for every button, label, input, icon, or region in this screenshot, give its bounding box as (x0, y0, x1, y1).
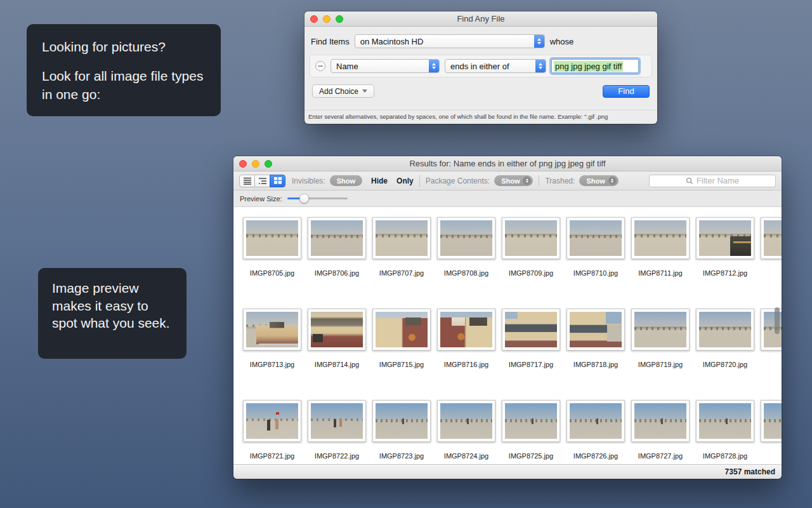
file-item[interactable]: IMGP8720.jpg (693, 304, 757, 395)
search-scope-popup[interactable]: on Macintosh HD (355, 34, 545, 48)
find-button-label: Find (618, 86, 634, 96)
file-thumbnail (437, 309, 495, 351)
results-grid: IMGP8705.jpg IMGP8706.jpg IMGP8707.jpg I… (233, 207, 782, 464)
search-icon (686, 177, 693, 185)
invisibles-hide-button[interactable]: Hide (371, 177, 388, 185)
file-item[interactable]: IMGP8709.jpg (499, 212, 563, 304)
match-count: 7357 matched (725, 467, 775, 476)
file-item[interactable]: IMGP8706.jpg (304, 212, 369, 304)
find-window-titlebar[interactable]: Find Any File (304, 11, 657, 27)
file-item[interactable]: IMGP8724.jpg (434, 395, 499, 464)
photo-preview (376, 403, 428, 439)
photo-preview (246, 220, 298, 256)
grid-view-button[interactable] (270, 175, 285, 187)
file-thumbnail (372, 400, 431, 442)
file-item[interactable]: IMGP8727.jpg (628, 395, 693, 464)
package-contents-value: Show (501, 177, 520, 185)
file-thumbnail (243, 217, 301, 259)
file-name: IMGP8727.jpg (638, 452, 683, 460)
file-item[interactable]: IMGP8708.jpg (434, 212, 499, 304)
file-item[interactable]: IMGP8713.jpg (240, 304, 304, 395)
up-down-chevrons-icon (534, 35, 544, 48)
zoom-button[interactable] (336, 15, 343, 23)
file-thumbnail (696, 400, 754, 442)
close-button[interactable] (310, 15, 318, 23)
file-name: IMGP8713.jpg (250, 361, 294, 368)
file-item[interactable]: IMGP8722.jpg (304, 395, 369, 464)
file-thumbnail (502, 400, 560, 442)
photo-preview (440, 312, 492, 347)
file-item[interactable]: IMGP8705.jpg (240, 212, 304, 304)
file-item[interactable]: IMGP8717.jpg (499, 304, 563, 395)
file-thumbnail (372, 217, 431, 259)
chevron-down-icon (362, 90, 367, 93)
criterion-value-input[interactable]: png jpg jpeg gif tiff (551, 59, 639, 73)
photo-preview (311, 312, 363, 347)
file-item[interactable]: IMGP8716.jpg (434, 304, 499, 395)
invisibles-show-label: Show (337, 177, 355, 185)
file-item[interactable]: IMGP8719.jpg (628, 304, 693, 395)
file-name: IMGP8725.jpg (509, 452, 553, 460)
file-item[interactable] (757, 395, 782, 464)
file-item[interactable]: IMGP8725.jpg (499, 395, 563, 464)
add-choice-button[interactable]: Add Choice (312, 84, 374, 98)
photo-preview (634, 220, 686, 256)
file-name: IMGP8707.jpg (379, 269, 424, 277)
find-button[interactable]: Find (603, 85, 650, 98)
file-thumbnail (696, 217, 754, 259)
photo-preview (505, 312, 557, 347)
results-window-titlebar[interactable]: Results for: Name ends in either of png … (233, 156, 782, 171)
list-icon (243, 177, 252, 185)
photo-preview (311, 403, 363, 439)
photo-preview (440, 403, 492, 439)
whose-label: whose (550, 37, 574, 46)
file-item[interactable]: IMGP8712.jpg (693, 212, 757, 304)
vertical-scrollbar[interactable] (775, 307, 780, 334)
criterion-row: Name ends in either of png jpg jpeg gif … (310, 55, 652, 77)
criterion-hint-text: Enter several alternatives, separated by… (304, 110, 657, 124)
view-mode-segmented-control (239, 175, 285, 187)
filter-name-input[interactable]: Filter Name (649, 175, 776, 187)
file-item[interactable]: IMGP8723.jpg (369, 395, 434, 464)
file-item[interactable]: IMGP8715.jpg (369, 304, 434, 395)
trashed-dropdown[interactable]: Show (579, 175, 618, 186)
file-name: IMGP8715.jpg (379, 361, 424, 368)
minimize-button[interactable] (252, 160, 259, 168)
file-thumbnail (631, 400, 690, 442)
preview-size-slider[interactable] (287, 194, 348, 203)
criterion-operator-popup[interactable]: ends in either of (445, 59, 546, 73)
file-name: IMGP8709.jpg (509, 269, 553, 277)
file-thumbnail (696, 309, 754, 351)
file-item[interactable]: IMGP8714.jpg (304, 304, 369, 395)
file-item[interactable]: IMGP8728.jpg (693, 395, 757, 464)
hierarchy-view-button[interactable] (254, 175, 270, 187)
file-thumbnail (631, 217, 690, 259)
photo-preview (440, 220, 492, 256)
file-item[interactable]: IMGP8718.jpg (563, 304, 628, 395)
invisibles-only-button[interactable]: Only (396, 177, 414, 185)
list-view-button[interactable] (239, 175, 255, 187)
file-item[interactable]: IMGP8711.jpg (628, 212, 693, 304)
file-name: IMGP8712.jpg (703, 269, 747, 277)
file-name: IMGP8705.jpg (250, 269, 294, 277)
photo-preview (570, 403, 622, 439)
grid-icon (273, 177, 282, 185)
file-item[interactable]: IMGP8721.jpg (240, 395, 304, 464)
slider-knob[interactable] (299, 194, 309, 203)
invisibles-show-button[interactable]: Show (330, 175, 362, 186)
file-item[interactable]: IMGP8710.jpg (563, 212, 628, 304)
remove-criterion-button[interactable] (315, 61, 325, 71)
callout-line: Image preview makes it easy to spot what… (52, 279, 173, 332)
criterion-attribute-popup[interactable]: Name (331, 59, 440, 73)
trashed-value: Show (586, 177, 605, 185)
file-item[interactable] (757, 212, 782, 304)
close-button[interactable] (239, 160, 247, 168)
minimize-button[interactable] (323, 15, 331, 23)
file-item[interactable]: IMGP8707.jpg (369, 212, 434, 304)
preview-size-label: Preview Size: (240, 195, 282, 203)
photo-preview (246, 312, 298, 347)
package-contents-dropdown[interactable]: Show (494, 175, 533, 186)
zoom-button[interactable] (265, 160, 272, 168)
file-item[interactable]: IMGP8726.jpg (563, 395, 628, 464)
file-thumbnail (308, 400, 366, 442)
